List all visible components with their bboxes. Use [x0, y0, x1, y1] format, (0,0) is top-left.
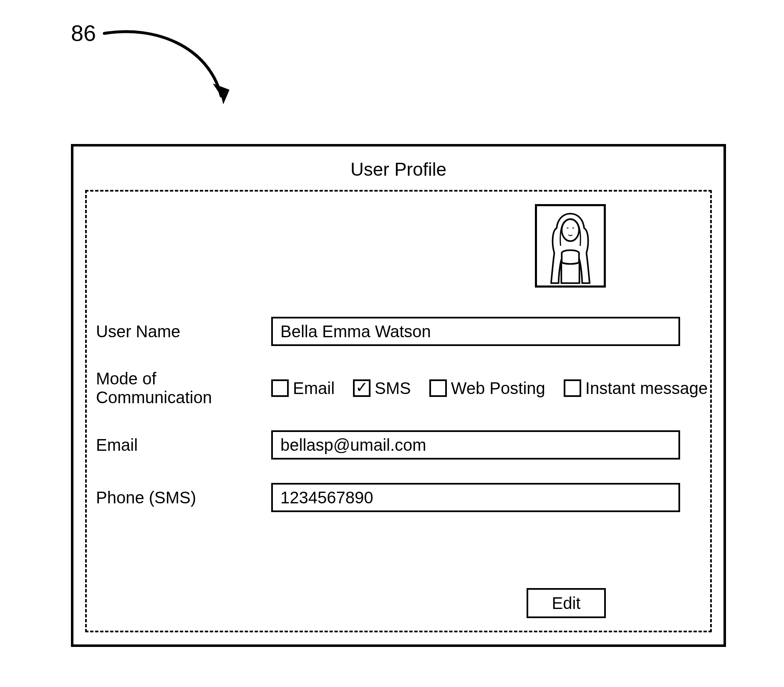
email-value: bellasp@umail.com: [280, 436, 426, 455]
label-phone: Phone (SMS): [96, 488, 271, 507]
checkbox-icon: [564, 379, 581, 397]
phone-value: 1234567890: [280, 488, 373, 507]
row-username: User Name Bella Emma Watson: [96, 317, 701, 346]
mode-im-label: Instant message: [585, 379, 708, 398]
mode-web-option[interactable]: Web Posting: [429, 379, 545, 398]
avatar-icon: [537, 206, 604, 285]
phone-field[interactable]: 1234567890: [271, 483, 680, 512]
profile-form-panel: User Name Bella Emma Watson Mode of Comm…: [85, 190, 712, 632]
checkbox-icon: [429, 379, 447, 397]
avatar: [535, 204, 606, 288]
label-email: Email: [96, 436, 271, 455]
edit-button[interactable]: Edit: [527, 588, 606, 618]
mode-im-option[interactable]: Instant message: [564, 379, 708, 398]
row-mode: Mode of Communication Email SMS We: [96, 369, 701, 407]
window-title: User Profile: [73, 146, 723, 190]
checkbox-icon: [353, 379, 371, 397]
username-field[interactable]: Bella Emma Watson: [271, 317, 680, 346]
label-mode: Mode of Communication: [96, 369, 271, 407]
user-profile-window: User Profile User Name: [71, 144, 726, 647]
callout-arrow-icon: [92, 21, 242, 121]
mode-sms-option[interactable]: SMS: [353, 379, 411, 398]
svg-point-0: [562, 219, 579, 241]
email-field[interactable]: bellasp@umail.com: [271, 430, 680, 460]
mode-email-label: Email: [293, 379, 335, 398]
edit-button-label: Edit: [552, 594, 581, 613]
checkbox-icon: [271, 379, 289, 397]
page-root: 86 User Profile: [0, 0, 784, 687]
username-value: Bella Emma Watson: [280, 322, 431, 341]
mode-web-label: Web Posting: [451, 379, 545, 398]
row-phone: Phone (SMS) 1234567890: [96, 483, 701, 512]
mode-email-option[interactable]: Email: [271, 379, 335, 398]
mode-sms-label: SMS: [375, 379, 411, 398]
row-email: Email bellasp@umail.com: [96, 430, 701, 460]
mode-checkbox-group: Email SMS Web Posting Instant me: [271, 379, 719, 398]
label-username: User Name: [96, 322, 271, 341]
